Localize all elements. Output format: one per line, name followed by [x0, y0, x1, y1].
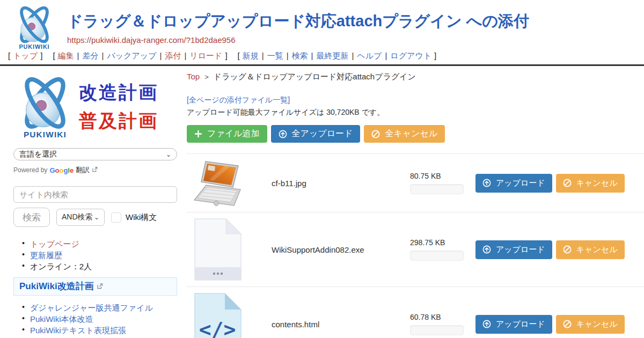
cancel-button[interactable]: キャンセル	[556, 315, 625, 334]
cancel-label: キャンセル	[576, 245, 618, 255]
file-thumbnail: </>	[191, 292, 245, 338]
page-url-link[interactable]: https://pukiwiki.dajya-ranger.com/?1bd2d…	[67, 35, 236, 45]
file-size-box: 60.78 KB	[410, 313, 467, 335]
translate-link[interactable]: 翻訳	[76, 165, 90, 175]
sidebar-item-common-files[interactable]: ダジャレンジャー版共通ファイル	[30, 303, 153, 312]
file-row-actions: アップロード キャンセル	[475, 315, 625, 334]
upload-label: アップロード	[496, 319, 545, 329]
site-search-input[interactable]	[13, 186, 177, 203]
file-size: 80.75 KB	[410, 172, 467, 180]
atom-icon: PUKIWIKI	[12, 3, 57, 52]
nav-item-recent[interactable]: 最終更新	[316, 51, 348, 60]
ban-circle-icon	[371, 130, 380, 138]
progress-bar	[410, 184, 464, 194]
file-name: WikiSupportAddin082.exe	[272, 245, 410, 254]
nav-bar: [トップ][編集|差分|バックアップ|添付|リロード][新規|一覧|検索|最終更…	[5, 51, 439, 61]
nav-item-edit[interactable]: 編集	[58, 51, 74, 60]
google-logo: Google	[49, 166, 74, 174]
logo-text-fukyuu: 普及計画	[79, 107, 158, 135]
upload-button[interactable]: アップロード	[475, 174, 552, 193]
list-item: 更新履歴	[22, 250, 177, 261]
nav-separator: |	[184, 51, 186, 60]
list-item: オンライン：2人	[22, 261, 177, 272]
search-mode-value: AND検索	[62, 212, 93, 222]
search-button[interactable]: 検索	[13, 208, 50, 227]
header-divider	[0, 64, 644, 66]
section-heading-text: PukiWiki改造計画	[19, 280, 94, 292]
cancel-label: キャンセル	[576, 319, 618, 329]
wiki-syntax-checkbox[interactable]	[111, 212, 121, 223]
nav-bracket: ]	[40, 51, 42, 60]
sidebar-logo[interactable]: PUKIWIKI 改造計画 普及計画	[13, 73, 177, 141]
upload-label: アップロード	[496, 245, 545, 255]
upload-button[interactable]: アップロード	[475, 315, 552, 334]
file-size: 298.75 KB	[410, 238, 467, 247]
laptop-photo-icon	[191, 159, 245, 207]
file-size-box: 298.75 KB	[410, 238, 467, 261]
nav-separator: |	[287, 51, 289, 60]
nav-item-help[interactable]: ヘルプ	[357, 51, 382, 60]
file-row: </> contents.html 60.78 KB アップロード キャンセル	[187, 287, 644, 338]
cancel-all-button[interactable]: 全キャンセル	[364, 125, 445, 143]
nav-item-new[interactable]: 新規	[243, 51, 259, 60]
powered-by-label: Powered by	[13, 166, 47, 174]
cancel-label: キャンセル	[576, 178, 618, 188]
html-code-file-icon: </>	[194, 292, 242, 338]
all-attachments-link[interactable]: [全ページの添付ファイル一覧]	[187, 95, 290, 105]
sidebar-item-update-history[interactable]: 更新履歴	[30, 251, 62, 260]
ban-circle-icon	[563, 179, 572, 187]
search-mode-select[interactable]: AND検索 ⌄	[56, 209, 105, 226]
sidebar-main-links: ダジャレンジャー版共通ファイル PukiWiki本体改造 PukiWikiテキス…	[22, 303, 177, 338]
google-translate-attribution: Powered by Google 翻訳	[13, 165, 177, 175]
nav-item-list[interactable]: 一覧	[267, 51, 283, 60]
upload-toolbar: ファイル追加 全アップロード 全キャンセル	[187, 125, 644, 143]
ban-circle-icon	[563, 320, 572, 328]
upload-label: アップロード	[496, 178, 545, 188]
sidebar: PUKIWIKI 改造計画 普及計画 言語を選択 ⌄ Powered by Go…	[13, 73, 177, 338]
nav-bracket: [	[8, 51, 10, 60]
sidebar-online-count: オンライン：2人	[30, 262, 92, 271]
progress-bar	[410, 325, 464, 335]
nav-item-reload[interactable]: リロード	[189, 51, 222, 60]
cancel-button[interactable]: キャンセル	[556, 174, 625, 193]
brand-text: PUKIWIKI	[24, 130, 67, 139]
nav-bracket: [	[238, 51, 240, 60]
upload-all-button[interactable]: 全アップロード	[271, 125, 361, 143]
file-thumbnail	[191, 218, 245, 281]
progress-bar	[410, 251, 464, 261]
nav-item-backup[interactable]: バックアップ	[107, 51, 156, 60]
upload-all-label: 全アップロード	[292, 128, 353, 139]
nav-item-logout[interactable]: ログアウト	[390, 51, 431, 60]
nav-item-top[interactable]: トップ	[13, 51, 38, 60]
file-thumbnail	[191, 159, 245, 207]
sidebar-section-heading[interactable]: PukiWiki改造計画	[13, 277, 177, 296]
logo-text-kaizou: 改造計画	[79, 78, 158, 107]
nav-separator: |	[311, 51, 313, 60]
sidebar-item-top-page[interactable]: トップページ	[30, 239, 79, 248]
main-content: Top>ドラッグ＆ドロップアップロード対応attachプラグイン [全ページの添…	[187, 72, 644, 338]
sidebar-item-body-mod[interactable]: PukiWiki本体改造	[30, 314, 93, 324]
upload-circle-icon	[482, 320, 491, 328]
breadcrumb-home-link[interactable]: Top	[187, 72, 200, 81]
sidebar-logo-text: 改造計画 普及計画	[79, 78, 158, 135]
file-row: WikiSupportAddin082.exe 298.75 KB アップロード…	[187, 212, 644, 287]
brand-text: PUKIWIKI	[19, 43, 49, 50]
file-name: cf-b11.jpg	[272, 179, 410, 188]
add-file-button[interactable]: ファイル追加	[187, 125, 267, 143]
language-select[interactable]: 言語を選択 ⌄	[13, 148, 177, 160]
nav-item-diff[interactable]: 差分	[82, 51, 98, 60]
nav-item-attach[interactable]: 添付	[165, 51, 181, 60]
cancel-all-label: 全キャンセル	[385, 128, 437, 139]
atom-icon: PUKIWIKI	[13, 74, 77, 140]
pukiwiki-atom-logo[interactable]: PUKIWIKI	[12, 3, 57, 52]
sidebar-item-text-ext[interactable]: PukiWikiテキスト表現拡張	[30, 326, 126, 335]
nav-bracket: ]	[434, 51, 436, 60]
file-row: cf-b11.jpg 80.75 KB アップロード キャンセル	[187, 154, 644, 212]
generic-file-icon	[194, 218, 242, 281]
file-size-box: 80.75 KB	[410, 172, 467, 194]
sidebar-top-links: トップページ 更新履歴 オンライン：2人	[22, 239, 177, 271]
cancel-button[interactable]: キャンセル	[556, 240, 625, 259]
breadcrumb: Top>ドラッグ＆ドロップアップロード対応attachプラグイン	[187, 72, 644, 82]
nav-item-search[interactable]: 検索	[292, 51, 308, 60]
upload-button[interactable]: アップロード	[475, 240, 552, 259]
